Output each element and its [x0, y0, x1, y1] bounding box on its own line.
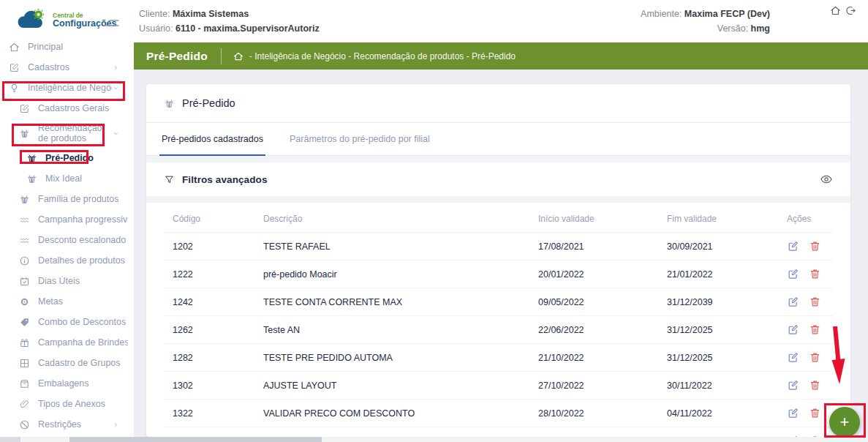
cell-inicio-validade: 27/10/2022	[538, 372, 667, 400]
sidebar-item-label: Embalagens	[38, 378, 89, 389]
env-label: Ambiente:	[641, 9, 682, 19]
table-row: 1322VALIDAR PRECO COM DESCONTO28/10/2022…	[164, 400, 833, 427]
sidebar-item-pre-pedido[interactable]: Pré-Pedido	[0, 148, 134, 168]
sidebar-item-desconto-escalonado[interactable]: Desconto escalonado	[0, 230, 134, 250]
delete-row-button[interactable]	[809, 296, 821, 308]
delete-row-button[interactable]	[809, 407, 821, 419]
cell-descricao: pré-pedido Moacir	[263, 261, 538, 288]
cell-fim-validade: 31/12/2025	[667, 344, 787, 372]
cell-acoes	[787, 372, 833, 400]
cell-codigo: 1202	[164, 233, 263, 261]
sidebar-item-detalhes-de-produtos[interactable]: Detalhes de produtos	[0, 250, 134, 271]
content-card: Pré-Pedido Pré-pedidos cadastradosParâme…	[146, 84, 850, 437]
sidebar-item-label: Cadastros	[28, 62, 69, 72]
cell-inicio-validade: 22/06/2022	[538, 316, 667, 344]
sidebar-item-cadastros[interactable]: Cadastros	[0, 57, 134, 78]
cell-descricao: TESTE PRE PEDIDO AUTOMA	[263, 344, 538, 372]
delete-row-button[interactable]	[809, 351, 821, 364]
cell-fim-validade: 21/01/2022	[667, 261, 787, 288]
cell-acoes	[787, 233, 833, 261]
divider	[221, 48, 222, 64]
sidebar-item-restricoes[interactable]: Restrições	[0, 414, 134, 435]
edit-icon	[9, 62, 20, 73]
cell-inicio-validade: 21/10/2022	[538, 344, 667, 372]
table-row: 1242TESTE CONTA CORRENTE MAX09/05/202231…	[164, 288, 833, 316]
table-body: 1202TESTE RAFAEL17/08/202130/09/20211222…	[164, 233, 833, 438]
sidebar-item-cadastros-gerais[interactable]: Cadastros Gerais	[0, 98, 134, 119]
cart-icon	[26, 153, 37, 164]
cell-acoes	[787, 344, 833, 372]
sidebar-item-label: Campanha de Brindes	[38, 337, 128, 348]
session-client-info: Cliente: Máxima Sistemas Usuário: 6110 -…	[139, 7, 320, 36]
edit-row-button[interactable]	[787, 323, 799, 336]
scrollbar-thumb[interactable]	[69, 437, 322, 442]
sidebar-item-tipos-de-anexos[interactable]: Tipos de Anexos	[0, 394, 134, 414]
sidebar-item-label: Mix Ideal	[45, 173, 82, 184]
home-icon[interactable]	[830, 5, 841, 16]
sidebar-collapse-button[interactable]	[102, 18, 121, 29]
cell-descricao: Teste Cleyton	[263, 427, 538, 438]
delete-row-button[interactable]	[809, 268, 821, 280]
sidebar-item-metas[interactable]: Metas	[0, 291, 134, 312]
cell-inicio-validade: 28/10/2022	[538, 400, 667, 427]
slash-icon	[19, 419, 30, 430]
table-row: 1442Teste Cleyton14/02/202331/10/2023	[164, 427, 833, 438]
sidebar-item-campanha-de-brindes[interactable]: Campanha de Brindes	[0, 332, 134, 353]
sidebar-item-label: Recomendação de produtos	[38, 123, 105, 143]
sidebar-item-label: Tipos de Anexos	[38, 399, 105, 409]
logout-icon[interactable]	[845, 5, 856, 16]
wave-icon	[19, 214, 30, 225]
delete-row-button[interactable]	[809, 240, 821, 252]
sidebar-item-mix-ideal[interactable]: Mix Ideal	[0, 168, 134, 189]
column-header: Ações	[787, 203, 833, 233]
sidebar-item-recomendacao-de-produtos[interactable]: Recomendação de produtos	[0, 119, 134, 148]
tab-pre-pedidos-cadastrados[interactable]: Pré-pedidos cadastrados	[159, 123, 265, 156]
topbar-corner-actions	[830, 5, 856, 16]
cell-codigo: 1442	[164, 427, 263, 438]
sidebar-item-campanha-progressiva[interactable]: Campanha progressiva	[0, 209, 134, 230]
scrollbar-corner	[0, 437, 20, 442]
sidebar-item-cadastro-de-grupos[interactable]: Cadastro de Grupos	[0, 353, 134, 373]
cell-fim-validade: 31/12/2025	[667, 316, 787, 344]
sidebar-item-label: Combo de Descontos	[38, 317, 126, 327]
edit-icon	[19, 103, 30, 114]
sidebar-item-label: Restrições	[38, 419, 81, 430]
advanced-filters-bar[interactable]: Filtros avançados	[146, 162, 850, 196]
client-value: Máxima Sistemas	[173, 9, 249, 19]
card-title: Pré-Pedido	[182, 97, 235, 109]
wave-icon	[19, 235, 30, 246]
sidebar-item-inteligencia-de-negocio[interactable]: Inteligência de Negócio	[0, 78, 134, 98]
edit-row-button[interactable]	[787, 240, 799, 252]
cell-descricao: Teste AN	[263, 316, 538, 344]
cell-codigo: 1302	[164, 372, 263, 400]
box-icon	[19, 378, 30, 389]
cart-icon	[19, 194, 30, 205]
edit-row-button[interactable]	[787, 268, 799, 280]
sidebar-item-label: Cadastros Gerais	[38, 103, 109, 113]
cell-acoes	[787, 316, 833, 344]
cell-codigo: 1262	[164, 316, 263, 344]
app-window: Central de Configurações Cliente: Máxima…	[0, 0, 868, 442]
cell-codigo: 1282	[164, 344, 263, 372]
horizontal-scrollbar[interactable]	[0, 437, 868, 442]
breadcrumb-home-icon[interactable]	[233, 51, 244, 61]
edit-row-button[interactable]	[787, 379, 799, 392]
sidebar-item-embalagens[interactable]: Embalagens	[0, 373, 134, 394]
session-env-info: Ambiente: Maxima FECP (Dev) Versão: hmg	[641, 7, 770, 36]
sidebar-item-label: Pré-Pedido	[45, 153, 94, 163]
sidebar-item-familia-de-produtos[interactable]: Família de produtos	[0, 189, 134, 209]
delete-row-button[interactable]	[809, 323, 821, 336]
column-header: Código	[164, 203, 263, 233]
sidebar-item-label: Família de produtos	[38, 194, 118, 204]
edit-row-button[interactable]	[787, 351, 799, 364]
cell-fim-validade: 31/10/2023	[667, 427, 787, 438]
delete-row-button[interactable]	[809, 379, 821, 392]
sidebar-item-combo-de-descontos[interactable]: Combo de Descontos	[0, 312, 134, 332]
tab-parametros-por-filial[interactable]: Parâmetros do pré-pedido por filial	[287, 123, 432, 156]
eye-icon[interactable]	[820, 173, 833, 186]
cell-fim-validade: 04/11/2022	[667, 400, 787, 427]
add-pre-pedido-fab[interactable]: +	[829, 407, 860, 438]
edit-row-button[interactable]	[787, 407, 799, 419]
edit-row-button[interactable]	[787, 296, 799, 308]
sidebar-item-dias-uteis[interactable]: Dias Úteis	[0, 271, 134, 291]
